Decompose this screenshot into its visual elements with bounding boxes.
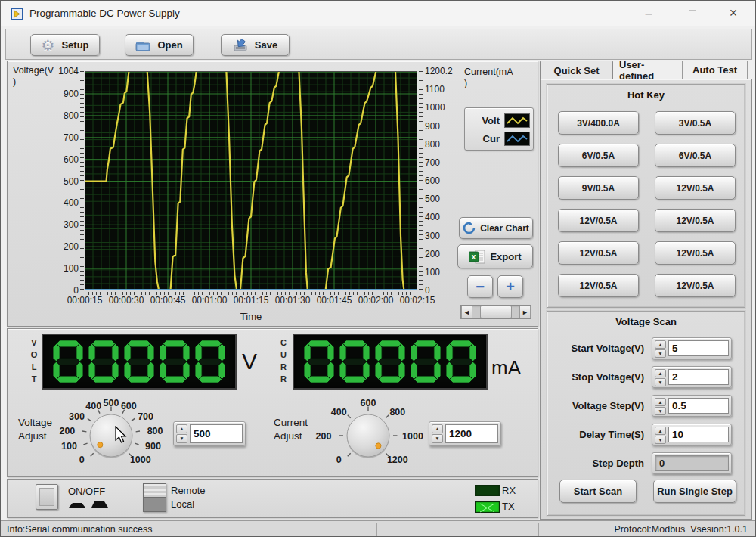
switch-bottom [144,497,166,511]
zoom-out-button[interactable]: − [467,275,493,298]
seven-segment-digit [304,338,334,385]
spin-down-icon[interactable]: ▼ [176,434,187,443]
spin-up-icon[interactable]: ▲ [655,398,666,406]
app-icon [11,8,23,20]
save-icon [233,39,248,51]
spin-buttons[interactable]: ▲ ▼ [655,427,666,442]
hot-key-title: Hot Key [547,89,745,101]
start-scan-button[interactable]: Start Scan [559,480,637,503]
scroll-right-arrow[interactable]: ► [519,306,531,318]
svg-text:400: 400 [331,407,347,417]
setup-button[interactable]: ⚙ Setup [30,34,100,56]
app-window: Programmable DC Power Supply – × ⚙ Setup… [0,0,756,537]
scan-field-input[interactable]: 0.5 [668,398,729,414]
y-left-ruler [80,71,84,290]
hotkey-button-8[interactable]: 12V/0.5A [655,209,736,232]
voltage-set-input[interactable]: 500 [190,424,243,443]
hot-key-group: Hot Key 3V/400.0A3V/0.5A6V/0.5A6V/0.5A9V… [547,84,745,308]
curr-display-label: CURR [278,337,289,385]
spin-down-icon[interactable]: ▼ [655,378,666,386]
scrollbar-track[interactable] [472,306,519,318]
export-button[interactable]: x Export [457,244,533,268]
scan-field-control-1[interactable]: ▲ ▼ 5 [652,337,732,359]
remote-label: Remote [171,485,206,496]
minimize-button[interactable]: – [633,1,665,26]
spin-up-icon[interactable]: ▲ [655,340,666,349]
scan-field-input[interactable]: 5 [668,340,729,356]
tab-auto-test[interactable]: Auto Test [683,61,748,79]
scroll-left-arrow[interactable]: ◄ [461,306,472,318]
hotkey-button-10[interactable]: 12V/0.5A [655,241,736,265]
spin-down-icon[interactable]: ▼ [655,436,666,444]
window-title: Programmable DC Power Supply [29,8,180,19]
spin-up-icon[interactable]: ▲ [655,427,666,435]
voltage-adjust-label: VoltageAdjust [18,416,52,443]
spin-down-icon[interactable]: ▼ [432,434,443,443]
hotkey-button-4[interactable]: 6V/0.5A [655,144,736,167]
open-button[interactable]: Open [125,34,194,56]
spin-down-icon[interactable]: ▼ [655,349,666,358]
y-right-tick: 100 [425,267,467,278]
hotkey-button-6[interactable]: 12V/0.5A [655,176,736,200]
hotkey-button-5[interactable]: 9V/0.5A [558,176,639,200]
x-tick: 00:02:15 [391,295,444,306]
svg-text:300: 300 [69,411,85,422]
svg-text:200: 200 [316,431,332,442]
title-bar: Programmable DC Power Supply – × [1,1,755,26]
voltage-adjust-knob[interactable]: 01002003004005006007008009001000 [54,387,168,487]
spin-buttons[interactable]: ▲ ▼ [655,340,666,356]
tab-quick-set[interactable]: Quick Set [540,61,613,79]
svg-text:200: 200 [59,426,75,436]
y-right-axis-title: Current(mA) [464,67,513,89]
y-right-tick: 700 [425,157,467,168]
scan-field-control-5: 0 [652,452,732,474]
hotkey-button-1[interactable]: 3V/400.0A [558,111,639,135]
tab-body: Hot Key 3V/400.0A3V/0.5A6V/0.5A6V/0.5A9V… [540,79,752,520]
y-right-tick: 1000 [425,102,467,113]
y-left-tick: 0 [36,285,79,296]
legend-cur-swatch [504,132,530,146]
zoom-in-button[interactable]: + [497,275,523,298]
seven-segment-digit [88,338,119,385]
current-adjust-knob[interactable]: 020040060080010001200 [311,387,425,487]
tx-indicator [475,501,500,513]
scan-field-control-4[interactable]: ▲ ▼ 10 [652,424,732,445]
on-off-button-face [39,488,54,506]
maximize-button[interactable] [677,1,708,26]
spin-up-icon[interactable]: ▲ [176,424,187,433]
scrollbar-thumb[interactable] [480,306,512,318]
on-off-button[interactable] [36,484,58,510]
scan-field-control-3[interactable]: ▲ ▼ 0.5 [652,395,732,417]
run-single-step-button[interactable]: Run Single Step [653,480,736,503]
tab-user-defined[interactable]: User-defined [613,61,683,79]
legend-volt-label: Volt [482,115,500,126]
hotkey-button-12[interactable]: 12V/0.5A [655,274,736,297]
current-set-control[interactable]: ▲ ▼ 1200 [429,421,501,446]
scan-field-input[interactable]: 2 [668,369,729,385]
svg-text:1000: 1000 [402,431,423,442]
spin-buttons[interactable]: ▲ ▼ [655,398,666,414]
save-button[interactable]: Save [221,34,290,56]
scan-field-input[interactable]: 10 [668,427,729,442]
voltage-set-control[interactable]: ▲ ▼ 500 [173,421,246,446]
spin-up-icon[interactable]: ▲ [655,369,666,377]
scan-field-control-2[interactable]: ▲ ▼ 2 [652,366,732,388]
remote-local-switch[interactable] [143,483,166,512]
close-button[interactable]: × [717,1,749,26]
hotkey-button-2[interactable]: 3V/0.5A [655,111,736,135]
clear-chart-button[interactable]: Clear Chart [459,217,533,239]
current-set-input[interactable]: 1200 [445,424,498,443]
hotkey-button-9[interactable]: 12V/0.5A [558,241,639,265]
hotkey-button-11[interactable]: 12V/0.5A [558,274,639,297]
current-spin-buttons[interactable]: ▲ ▼ [432,424,443,443]
spin-buttons[interactable]: ▲ ▼ [655,369,666,385]
hotkey-button-3[interactable]: 6V/0.5A [558,144,639,167]
plot-legend[interactable]: Volt Cur [464,107,534,151]
spin-down-icon[interactable]: ▼ [655,407,666,415]
y-left-tick: 300 [36,219,79,230]
spin-up-icon[interactable]: ▲ [432,424,443,433]
y-right-tick: 800 [425,139,467,150]
plot-scrollbar[interactable]: ◄ ► [460,305,531,319]
hotkey-button-7[interactable]: 12V/0.5A [558,209,639,232]
voltage-spin-buttons[interactable]: ▲ ▼ [176,424,187,443]
